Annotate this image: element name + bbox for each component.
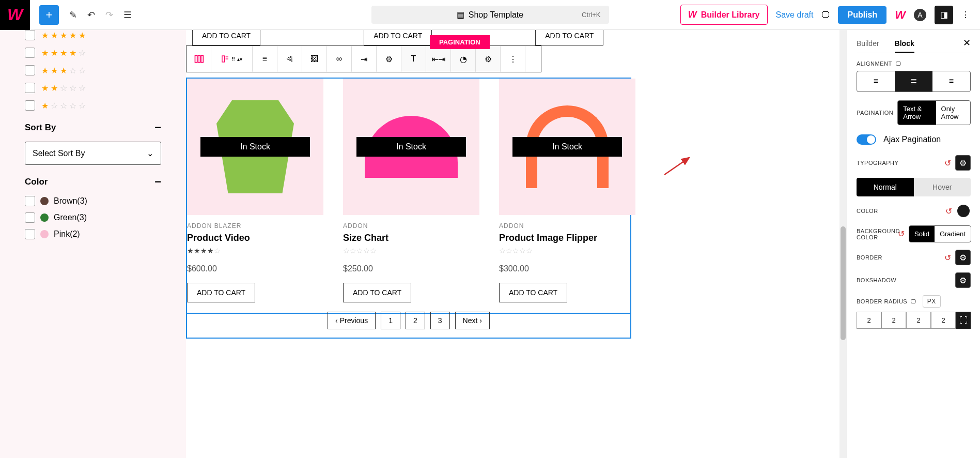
radius-right-input[interactable] [881, 312, 906, 329]
boxshadow-settings-icon[interactable]: ⚙ [955, 272, 971, 288]
outline-icon[interactable]: ☰ [123, 9, 132, 21]
columns-icon[interactable] [186, 46, 211, 72]
radius-left-input[interactable] [931, 312, 956, 329]
product-rating: ☆☆☆☆☆ [343, 247, 479, 255]
brand-icon[interactable]: W [895, 8, 906, 22]
justify-icon[interactable]: ⫷ [277, 46, 302, 72]
sidebar-toggle-icon[interactable]: ◨ [935, 6, 953, 24]
reset-color-icon[interactable]: ↺ [945, 206, 952, 216]
align-left-button[interactable]: ≡ [857, 71, 895, 91]
sort-section-header[interactable]: Sort By − [25, 121, 161, 134]
checkbox[interactable] [25, 100, 35, 111]
color-filter-pink[interactable]: Pink(2) [25, 229, 161, 239]
checkbox[interactable] [25, 212, 35, 223]
edit-icon[interactable]: ✎ [69, 9, 77, 21]
radius-bottom-input[interactable] [906, 312, 931, 329]
more-icon[interactable]: ⋮ [501, 46, 525, 72]
typography-icon[interactable]: T [401, 46, 426, 72]
template-selector[interactable]: ▤ Shop Template Ctrl+K [371, 6, 609, 24]
app-logo[interactable]: W [0, 0, 30, 30]
scrollbar-thumb[interactable] [841, 226, 846, 340]
rating-filter-2[interactable]: ★★☆☆☆ [25, 83, 161, 93]
add-to-cart-button[interactable]: ADD TO CART [187, 283, 255, 302]
responsive-icon[interactable]: 🖵 [910, 298, 916, 304]
add-to-cart-button[interactable]: ADD TO CART [364, 30, 432, 45]
page-1-button[interactable]: 1 [381, 312, 400, 329]
checkbox[interactable] [25, 30, 35, 40]
scrollbar-track[interactable] [839, 30, 847, 458]
collapse-icon[interactable]: − [154, 175, 161, 189]
color-filter-green[interactable]: Green(3) [25, 212, 161, 223]
next-page-button[interactable]: Next › [455, 312, 490, 329]
collapse-icon[interactable]: − [154, 121, 161, 134]
rating-filter-5[interactable]: ★★★★★ [25, 30, 161, 40]
add-to-cart-button[interactable]: ADD TO CART [499, 283, 567, 302]
checkbox[interactable] [25, 229, 35, 239]
reset-bgcolor-icon[interactable]: ↺ [898, 229, 905, 239]
layout-icon[interactable]: ⠿▴▾ [211, 46, 253, 72]
color-section-header[interactable]: Color − [25, 175, 161, 189]
infinity-icon[interactable]: ∞ [327, 46, 352, 72]
settings-icon[interactable]: ⚙ [377, 46, 401, 72]
border-settings-icon[interactable]: ⚙ [955, 250, 971, 265]
rating-filter-1[interactable]: ★☆☆☆☆ [25, 100, 161, 111]
responsive-icon[interactable]: 🖵 [895, 60, 901, 67]
sort-select[interactable]: Select Sort By ⌄ [25, 142, 161, 165]
product-title[interactable]: Size Chart [343, 233, 479, 243]
gradient-option[interactable]: Gradient [935, 226, 971, 242]
radius-top-input[interactable] [857, 312, 881, 329]
checkbox[interactable] [25, 196, 35, 206]
filter-sidebar: ★★★★★ ★★★★☆ ★★★☆☆ ★★☆☆☆ ★☆☆☆☆ Sort By − … [0, 30, 186, 458]
unit-selector[interactable]: px [923, 295, 941, 308]
color-filter-brown[interactable]: Brown(3) [25, 196, 161, 206]
save-draft-link[interactable]: Save draft [776, 10, 814, 20]
text-arrow-option[interactable]: Text & Arrow [898, 101, 936, 125]
rating-filter-4[interactable]: ★★★★☆ [25, 48, 161, 58]
product-image[interactable]: In Stock [499, 79, 635, 215]
add-to-cart-button[interactable]: ADD TO CART [343, 283, 411, 302]
block-tab[interactable]: Block [895, 35, 914, 53]
add-to-cart-button[interactable]: ADD TO CART [192, 30, 260, 45]
builder-library-button[interactable]: W Builder Library [680, 5, 768, 25]
checkbox[interactable] [25, 48, 35, 58]
gear-icon[interactable]: ⚙ [476, 46, 501, 72]
desktop-view-icon[interactable]: 🖵 [821, 10, 830, 20]
reset-typography-icon[interactable]: ↺ [944, 158, 951, 168]
checkbox[interactable] [25, 65, 35, 75]
color-icon[interactable]: ◔ [451, 46, 476, 72]
close-panel-icon[interactable]: ✕ [963, 37, 971, 49]
only-arrow-option[interactable]: Only Arrow [936, 101, 970, 125]
publish-button[interactable]: Publish [838, 6, 886, 24]
product-image[interactable]: In Stock [187, 79, 323, 215]
color-picker-icon[interactable] [956, 204, 971, 218]
align-icon[interactable]: ≡ [253, 46, 277, 72]
gallery-icon[interactable]: 🖾 [302, 46, 327, 72]
align-right-button[interactable]: ≡ [932, 71, 970, 91]
checkbox[interactable] [25, 83, 35, 93]
typography-settings-icon[interactable]: ⚙ [955, 155, 971, 171]
ajax-pagination-toggle[interactable] [857, 134, 876, 145]
typography-label: TYPOGRAPHY [857, 160, 898, 166]
link-values-icon[interactable]: ⛶ [956, 312, 971, 329]
hover-state-tab[interactable]: Hover [914, 178, 971, 196]
spacing-icon[interactable]: ⇤⇥ [426, 46, 451, 72]
rating-filter-3[interactable]: ★★★☆☆ [25, 65, 161, 75]
yoast-icon[interactable]: A [914, 9, 926, 21]
product-title[interactable]: Product Video [187, 233, 323, 243]
builder-tab[interactable]: Builder [857, 35, 879, 53]
redo-icon[interactable]: ↷ [105, 9, 113, 21]
reset-border-icon[interactable]: ↺ [944, 253, 951, 263]
add-block-button[interactable]: + [39, 5, 59, 25]
add-to-cart-button[interactable]: ADD TO CART [535, 30, 603, 45]
normal-state-tab[interactable]: Normal [857, 178, 914, 196]
page-2-button[interactable]: 2 [406, 312, 425, 329]
prev-page-button[interactable]: ‹ Previous [328, 312, 376, 329]
page-3-button[interactable]: 3 [430, 312, 450, 329]
product-image[interactable]: In Stock [343, 79, 479, 215]
align-center-button[interactable]: ≣ [895, 71, 932, 91]
more-options-icon[interactable]: ⋮ [961, 10, 970, 20]
solid-option[interactable]: Solid [909, 226, 935, 242]
product-title[interactable]: Product Image Flipper [499, 233, 635, 243]
width-icon[interactable]: ⇥ [352, 46, 377, 72]
undo-icon[interactable]: ↶ [87, 9, 95, 21]
